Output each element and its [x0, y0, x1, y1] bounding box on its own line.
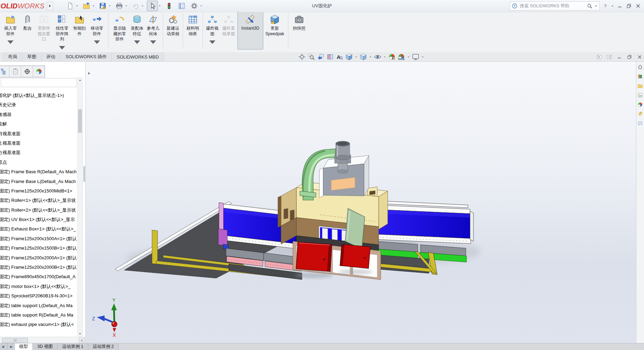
- edit-appearance-button[interactable]: [388, 53, 396, 61]
- options-button[interactable]: [189, 1, 199, 11]
- window-close-button[interactable]: [635, 3, 641, 9]
- tree-item[interactable]: (固定) Frame125x200x1500A<1> (默认: [0, 234, 77, 243]
- mate-button[interactable]: 配合: [20, 12, 35, 50]
- options-dropdown[interactable]: [199, 1, 203, 11]
- tree-item[interactable]: 历史记录: [0, 100, 77, 109]
- explode-line-sketch-button[interactable]: 爆炸直线草图: [220, 12, 237, 50]
- open-document-button[interactable]: [81, 1, 92, 11]
- select-button[interactable]: [147, 1, 158, 11]
- save-dropdown[interactable]: [108, 1, 112, 11]
- open-document-dropdown[interactable]: [92, 1, 96, 11]
- caret-down-icon[interactable]: [57, 43, 67, 53]
- collapse-left-pane-button[interactable]: [596, 54, 602, 60]
- doc-close-button[interactable]: [637, 54, 643, 60]
- tree-item[interactable]: (固定) UV Box<1> (默认<<默认>_显示: [0, 215, 77, 224]
- tree-item[interactable]: (固定) Frame125x200x1500MidB<1>: [0, 186, 77, 196]
- tab-scroll-right-button[interactable]: [7, 343, 15, 350]
- tree-item[interactable]: (固定) table support L(Default_As Ma: [0, 301, 77, 310]
- window-minimize-button[interactable]: [617, 3, 623, 9]
- tree-item[interactable]: (固定) Frame Base R(Default_As Mach: [0, 167, 77, 176]
- features-tab[interactable]: [0, 66, 9, 77]
- previous-view-button[interactable]: [317, 53, 325, 61]
- instant3d-button[interactable]: Instant3D: [237, 12, 263, 50]
- hide-show-items-button[interactable]: [374, 53, 381, 61]
- design-library-tab[interactable]: [637, 74, 643, 79]
- tree-item[interactable]: (固定) Frame890x450x1700(Default_A: [0, 272, 77, 281]
- tree-item[interactable]: (固定) Roller<2> (默认<<默认>_显示状: [0, 205, 77, 215]
- view-orientation-button[interactable]: [345, 53, 353, 61]
- tab-SOLIDWORKS MBD[interactable]: SOLIDWORKS MBD: [112, 52, 164, 61]
- custom-properties-tab[interactable]: [637, 111, 643, 117]
- model-conveyor-right[interactable]: [374, 201, 473, 275]
- featuremanager-flyout-button[interactable]: [86, 70, 92, 77]
- tab-布局[interactable]: 布局: [3, 52, 22, 61]
- tree-item[interactable]: (固定) Frame125x200x2000B<1> (默认: [0, 262, 77, 272]
- tree-filter-box[interactable]: [1, 78, 77, 87]
- display-style-dropdown[interactable]: [369, 55, 372, 59]
- graphics-viewport[interactable]: Z Y X: [85, 61, 636, 343]
- 3d-model-uv-curing-oven[interactable]: [112, 134, 492, 296]
- doc-tab-模型[interactable]: 模型: [15, 343, 33, 350]
- exploded-view-button[interactable]: 爆炸视图: [205, 12, 220, 50]
- tab-草图[interactable]: 草图: [22, 52, 41, 61]
- file-properties-button[interactable]: [176, 1, 187, 11]
- tree-item[interactable]: (固定) SprocketSP2060B19-N-30<1>: [0, 291, 77, 300]
- show-hidden-components-button[interactable]: 显示隐藏的零部件: [110, 12, 129, 50]
- scroll-thumb[interactable]: [78, 109, 82, 133]
- linear-component-pattern-button[interactable]: 线性零部件阵列: [53, 12, 71, 50]
- apply-scene-button[interactable]: [397, 53, 405, 61]
- display-style-button[interactable]: [359, 53, 367, 61]
- undo-dropdown[interactable]: [141, 1, 145, 11]
- caret-down-icon[interactable]: [92, 37, 102, 47]
- print-button[interactable]: [114, 1, 124, 11]
- bill-of-materials-button[interactable]: 材料明细表: [185, 12, 201, 50]
- tree-item[interactable]: 原点: [0, 158, 77, 167]
- view-settings-button[interactable]: [412, 53, 419, 61]
- caret-down-icon[interactable]: [5, 37, 16, 47]
- tree-item[interactable]: (固定) Exhaust Box<1> (默认<<默认>_: [0, 224, 77, 234]
- solidworks-resources-tab[interactable]: [637, 64, 643, 70]
- search-icon[interactable]: [587, 3, 593, 9]
- tab-scroll-left-button[interactable]: [0, 343, 7, 350]
- toolbar-flyout-button[interactable]: [47, 1, 53, 10]
- move-component-button[interactable]: 移动零部件: [88, 12, 106, 50]
- new-document-button[interactable]: [65, 1, 75, 11]
- assembly-features-button[interactable]: 装配体特征: [129, 12, 145, 50]
- undo-button[interactable]: [130, 1, 141, 11]
- caret-down-icon[interactable]: [207, 37, 218, 47]
- hide-show-items-dropdown[interactable]: [383, 55, 386, 59]
- tree-item[interactable]: (固定) motor box<1> (默认<<默认>_: [0, 282, 77, 291]
- apply-scene-dropdown[interactable]: [407, 55, 410, 59]
- model-red-door-left[interactable]: [296, 242, 332, 272]
- tree-item[interactable]: 固化炉 (默认<默认_显示状态-1>): [0, 91, 77, 100]
- take-snapshot-button[interactable]: 拍快照: [290, 12, 308, 50]
- file-explorer-tab[interactable]: [637, 83, 643, 89]
- scroll-right-button[interactable]: [79, 338, 85, 343]
- component-preview-window-button[interactable]: 零部件预览窗口: [35, 12, 53, 50]
- appearances-scenes-tab[interactable]: [637, 102, 643, 107]
- help-menu-button[interactable]: ?: [603, 3, 608, 9]
- scroll-down-button[interactable]: [78, 331, 82, 336]
- rebuild-button[interactable]: [164, 1, 174, 11]
- display-manager-tab[interactable]: [33, 66, 45, 77]
- tree-item[interactable]: 注解: [0, 119, 77, 129]
- new-motion-study-button[interactable]: 新建运动算例: [165, 12, 181, 50]
- search-caret-icon[interactable]: [594, 5, 598, 8]
- tree-item[interactable]: 上视基准面: [0, 138, 77, 148]
- tree-item[interactable]: 右视基准面: [0, 148, 77, 157]
- smart-fasteners-button[interactable]: 智能扣件: [71, 12, 88, 50]
- zoom-to-fit-button[interactable]: [298, 53, 306, 61]
- tab-SOLIDWORKS 插件[interactable]: SOLIDWORKS 插件: [61, 52, 112, 61]
- tab-评估[interactable]: 评估: [41, 52, 61, 61]
- doc-tab-运动算例 2[interactable]: 运动算例 2: [88, 343, 119, 350]
- doc-minimize-button[interactable]: [616, 54, 622, 60]
- search-box[interactable]: ?: [510, 1, 600, 10]
- tree-item[interactable]: (固定) Frame Base L(Default_As Mach: [0, 177, 77, 186]
- window-restore-button[interactable]: [626, 3, 632, 9]
- collapse-right-pane-button[interactable]: [606, 54, 612, 60]
- tree-item[interactable]: 前视基准面: [0, 129, 77, 138]
- insert-components-button[interactable]: 插入零部件: [1, 12, 20, 50]
- annotation-visibility-button[interactable]: A: [336, 53, 343, 61]
- search-input[interactable]: [519, 3, 585, 9]
- model-red-door-right[interactable]: [340, 244, 370, 268]
